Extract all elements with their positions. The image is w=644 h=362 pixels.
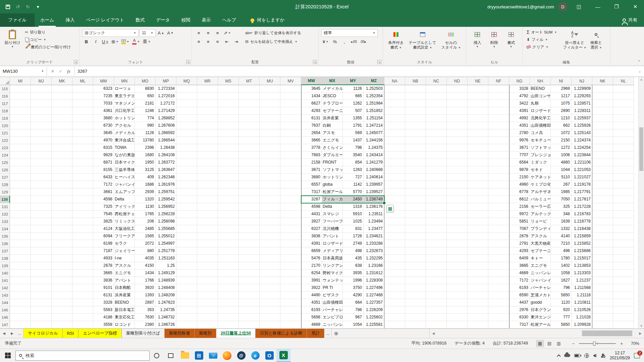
cell-NJ143[interactable]: 1.21118 <box>572 292 592 299</box>
cell-MS140[interactable] <box>218 269 239 277</box>
cell-NB130[interactable] <box>405 196 426 203</box>
cell-NG127[interactable]: 2150 <box>509 174 530 181</box>
cell-MW141[interactable]: 3991 <box>301 277 322 284</box>
cell-MJ116[interactable] <box>31 93 52 100</box>
cell-NG118[interactable]: 4391 <box>509 107 530 115</box>
cell-NB143[interactable] <box>405 292 426 299</box>
cell-MP115[interactable]: 1.272334 <box>156 85 176 93</box>
mail-app-icon[interactable] <box>206 349 220 362</box>
sheet-tab-サイコロジカル[interactable]: サイコロジカル <box>23 329 63 338</box>
normal-view-icon[interactable]: ▦ <box>536 340 544 347</box>
cell-NG131[interactable]: 2156 <box>509 203 530 210</box>
cell-MJ139[interactable] <box>31 262 52 269</box>
cell-MO132[interactable]: 1765 <box>135 210 156 218</box>
cell-NB141[interactable] <box>405 277 426 284</box>
cell-MZ136[interactable]: 1.233288 <box>364 240 384 247</box>
number-format-combo[interactable]: 標準▼ <box>321 29 378 37</box>
cell-MQ142[interactable] <box>176 284 197 292</box>
cell-MX140[interactable]: 野村マイク <box>322 269 343 277</box>
cell-MP129[interactable]: 1.259751 <box>156 188 176 196</box>
underline-button[interactable]: U▼ <box>101 38 109 46</box>
cell-MX119[interactable]: 浜井産業 <box>322 115 343 122</box>
cell-NK131[interactable] <box>592 203 613 210</box>
cell-NL120[interactable] <box>613 122 634 129</box>
cell-NH141[interactable]: ジャパンイ <box>530 277 551 284</box>
email-client-icon[interactable]: @ <box>234 349 248 362</box>
cell-NJ115[interactable]: 1.229909 <box>572 85 592 93</box>
close-button[interactable]: ✕ <box>628 0 643 13</box>
cell-MU142[interactable] <box>260 284 280 292</box>
cell-NH117[interactable]: 丸順 <box>530 100 551 107</box>
cell-NE127[interactable] <box>468 174 488 181</box>
cell-MS121[interactable] <box>218 129 239 137</box>
cell-MY144[interactable]: 664 <box>343 299 364 306</box>
cell-MQ128[interactable] <box>176 181 197 188</box>
cell-NF147[interactable] <box>488 321 509 328</box>
cell-NG143[interactable]: 6590 <box>509 292 530 299</box>
row-header-147[interactable]: 147 <box>0 321 10 328</box>
cell-MJ119[interactable] <box>31 115 52 122</box>
cell-NL134[interactable] <box>613 225 634 233</box>
sheet-tab-RSI[interactable]: RSI <box>63 329 79 338</box>
cell-MW146[interactable]: 5698 <box>301 314 322 321</box>
cell-MP136[interactable]: 1.254997 <box>156 240 176 247</box>
cell-NG144[interactable]: 4437 <box>509 299 530 306</box>
cell-MR146[interactable] <box>197 314 218 321</box>
cell-MS144[interactable] <box>218 299 239 306</box>
cell-NE115[interactable] <box>468 85 488 93</box>
cell-NG136[interactable]: 2791 <box>509 240 530 247</box>
cell-MV115[interactable] <box>280 85 301 93</box>
cell-MI132[interactable] <box>10 210 31 218</box>
cell-MJ138[interactable] <box>31 255 52 262</box>
cell-ML138[interactable] <box>72 255 93 262</box>
row-header-133[interactable]: 133 <box>0 218 10 225</box>
cell-MX125[interactable]: FRONT <box>322 159 343 166</box>
cell-MS115[interactable] <box>218 85 239 93</box>
cell-MT135[interactable] <box>239 233 260 240</box>
cell-MJ136[interactable] <box>31 240 52 247</box>
cell-MP135[interactable]: 1.255012 <box>156 233 176 240</box>
cell-NA129[interactable] <box>384 188 405 196</box>
cell-MZ130[interactable]: 1.236749 <box>364 196 384 203</box>
cell-MP120[interactable]: 1.267606 <box>156 122 176 129</box>
cell-MS142[interactable] <box>218 284 239 292</box>
cell-NC121[interactable] <box>426 129 447 137</box>
cell-NF128[interactable] <box>488 181 509 188</box>
cell-MI139[interactable] <box>10 262 31 269</box>
cell-MI127[interactable] <box>10 174 31 181</box>
column-header-MU[interactable]: MU <box>260 77 280 85</box>
cell-MN126[interactable]: 三益半導体 <box>114 166 135 174</box>
cell-MJ134[interactable] <box>31 225 52 233</box>
column-header-MY[interactable]: MY <box>343 77 364 85</box>
cell-NH119[interactable]: 北興化学工 <box>530 115 551 122</box>
cell-NK126[interactable] <box>592 166 613 174</box>
cell-MP143[interactable]: 1.248208 <box>156 292 176 299</box>
cell-NH143[interactable]: 芝浦メカト <box>530 292 551 299</box>
cell-NC116[interactable] <box>426 93 447 100</box>
cell-NF136[interactable] <box>488 240 509 247</box>
cell-MM136[interactable]: 6199 <box>93 240 114 247</box>
cell-MM123[interactable]: 6315 <box>93 144 114 152</box>
cell-NA122[interactable] <box>384 137 405 144</box>
cell-MI128[interactable] <box>10 181 31 188</box>
cell-NB117[interactable] <box>405 100 426 107</box>
cell-NF124[interactable] <box>488 152 509 159</box>
cell-ML141[interactable] <box>72 277 93 284</box>
cell-NA116[interactable] <box>384 93 405 100</box>
cell-NB146[interactable] <box>405 314 426 321</box>
cell-MM142[interactable]: 9101 <box>93 284 114 292</box>
cell-NI120[interactable]: 662 <box>551 122 572 129</box>
cell-MR119[interactable] <box>197 115 218 122</box>
cell-MO134[interactable]: 2485 <box>135 225 156 233</box>
cell-MS136[interactable] <box>218 240 239 247</box>
cell-NJ134[interactable]: 1.216438 <box>572 225 592 233</box>
cell-MM120[interactable]: 6730 <box>93 122 114 129</box>
cell-MN129[interactable]: エムアップ <box>114 188 135 196</box>
cell-NF129[interactable] <box>488 188 509 196</box>
cell-MK130[interactable] <box>52 196 72 203</box>
delete-cells-button[interactable]: 削除▼ <box>488 28 500 50</box>
cell-MZ145[interactable]: 1.226209 <box>364 306 384 314</box>
cell-MT119[interactable] <box>239 115 260 122</box>
cell-NK138[interactable] <box>592 255 613 262</box>
cell-NA145[interactable] <box>384 306 405 314</box>
